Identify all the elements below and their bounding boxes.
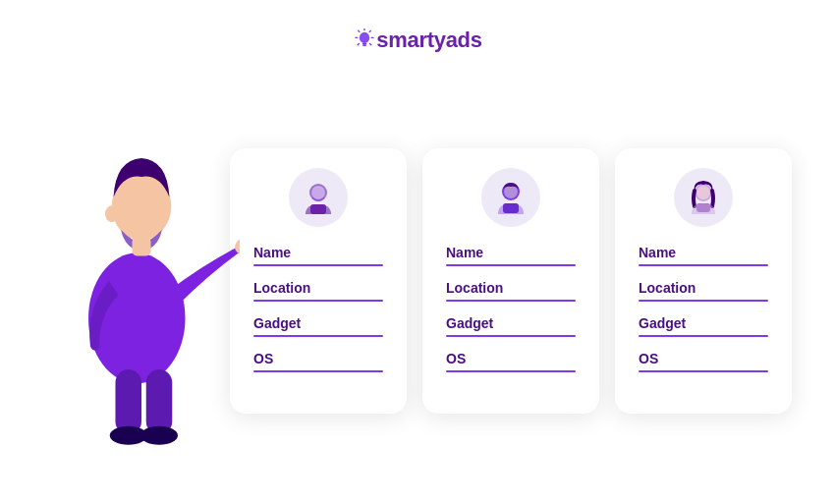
os-line-2	[446, 370, 576, 372]
lightbulb-icon	[353, 28, 376, 52]
svg-point-19	[140, 425, 178, 444]
gadget-line-1	[253, 335, 383, 337]
header: smartyads	[0, 0, 835, 53]
character-illustration	[43, 104, 240, 458]
location-label-3: Location	[639, 280, 768, 296]
svg-line-9	[358, 43, 359, 44]
svg-rect-13	[133, 237, 151, 255]
gadget-label-3: Gadget	[639, 315, 768, 331]
avatar-2	[481, 168, 540, 227]
gadget-label-1: Gadget	[253, 315, 383, 331]
os-line-3	[639, 370, 768, 372]
avatar-1	[289, 168, 348, 227]
svg-rect-2	[363, 45, 366, 46]
os-label-3: OS	[639, 351, 768, 366]
location-field-2: Location	[446, 280, 576, 315]
os-label-2: OS	[446, 351, 576, 366]
gadget-label-2: Gadget	[446, 315, 576, 331]
svg-point-0	[360, 32, 369, 43]
location-field-1: Location	[253, 280, 383, 315]
location-line-3	[639, 300, 768, 302]
svg-point-28	[696, 186, 710, 199]
cards-area: Name Location Gadget OS	[230, 148, 792, 414]
name-label-1: Name	[253, 245, 383, 260]
profile-card-2: Name Location Gadget OS	[422, 148, 599, 414]
svg-point-12	[105, 205, 118, 222]
svg-point-22	[311, 186, 325, 199]
gadget-field-1: Gadget	[253, 315, 383, 351]
svg-rect-1	[362, 43, 366, 45]
svg-line-5	[359, 30, 360, 31]
name-field-1: Name	[253, 245, 383, 280]
name-field-2: Name	[446, 245, 576, 280]
profile-card-3: Name Location Gadget OS	[615, 148, 792, 414]
svg-line-8	[370, 43, 371, 44]
location-label-1: Location	[253, 280, 383, 296]
name-line-2	[446, 264, 576, 266]
os-field-3: OS	[639, 351, 768, 386]
os-line-1	[253, 370, 383, 372]
name-line-1	[253, 264, 383, 266]
name-line-3	[639, 264, 768, 266]
location-label-2: Location	[446, 280, 576, 296]
profile-card-1: Name Location Gadget OS	[230, 148, 407, 414]
os-label-1: OS	[253, 351, 383, 366]
gadget-field-3: Gadget	[639, 315, 768, 351]
os-field-1: OS	[253, 351, 383, 386]
name-label-2: Name	[446, 245, 576, 260]
avatar-3	[674, 168, 733, 227]
svg-rect-23	[310, 204, 326, 214]
main-area: Name Location Gadget OS	[0, 73, 835, 488]
gadget-line-3	[639, 335, 768, 337]
svg-line-4	[369, 30, 370, 31]
svg-rect-17	[146, 369, 173, 434]
location-line-1	[253, 300, 383, 302]
svg-rect-16	[115, 369, 141, 434]
logo-text: smartyads	[376, 28, 481, 53]
gadget-field-2: Gadget	[446, 315, 576, 351]
location-field-3: Location	[639, 280, 768, 315]
gadget-line-2	[446, 335, 576, 337]
location-line-2	[446, 300, 576, 302]
name-field-3: Name	[639, 245, 768, 280]
name-label-3: Name	[639, 245, 768, 260]
os-field-2: OS	[446, 351, 576, 386]
